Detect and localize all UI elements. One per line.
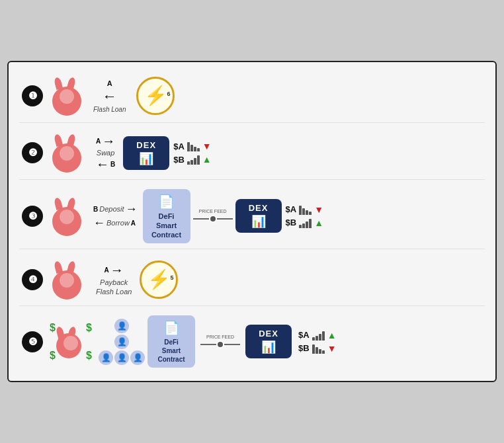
price-b-label-3: $B (286, 218, 297, 227)
row-5-content: $ $ $ $ 👤 👤 (50, 315, 482, 368)
dex-label-5: DEX (259, 329, 278, 339)
payback-arrow: A → (105, 262, 124, 278)
row-4: ❹ A → PaybackFlash Loan ⚡ 5 (19, 253, 485, 306)
price-feed-3: PRICE FEED (193, 209, 233, 223)
dex-box-2: DEX 📊 (123, 136, 169, 170)
bar-b1 (299, 225, 302, 228)
flash-loan-label-1: Flash Loan (93, 106, 126, 113)
swap-label: Swap (97, 149, 115, 157)
bar-a3 (306, 210, 308, 215)
feed-dot-3 (209, 215, 217, 223)
step-3-num: ❸ (22, 206, 43, 227)
price-feed-5: PRICE FEED (200, 335, 240, 348)
feed-line-right-3 (217, 218, 233, 220)
label-a-4: A (105, 266, 109, 274)
trend-up-b-2: ▲ (202, 154, 212, 165)
price-feed-label-3: PRICE FEED (199, 209, 227, 214)
label-a-2: A (96, 138, 101, 145)
bar-chart-b-3 (299, 218, 312, 228)
price-a-label-2: $A (173, 141, 185, 151)
feed-line-right-5 (224, 344, 240, 345)
people-bottom-row: 👤 👤 👤 (99, 350, 145, 365)
arrow-a-right: A → (96, 134, 115, 149)
bar-5b3 (319, 349, 321, 354)
price-row-a-2: $A ▼ (173, 141, 211, 151)
people-defi-group: 👤 👤 👤 👤 👤 📄 DeFiSmartContract (99, 315, 195, 368)
arrow-area-1: A ← Flash Loan (93, 79, 126, 113)
defi-box-5: 📄 DeFiSmartContract (147, 315, 195, 368)
row-2-content: A → Swap ← B DEX 📊 $A (50, 133, 482, 173)
right-arrow-icon-2: → (102, 134, 115, 149)
label-b-2: B (110, 161, 115, 168)
price-row-b-3: $B ▲ (286, 218, 323, 228)
bar-b4 (309, 219, 312, 228)
avatar-body-3 (52, 207, 81, 236)
price-row-a-3: $A ▼ (286, 204, 323, 215)
trend-down-b-5: ▼ (327, 343, 337, 354)
defi-doc-icon-5: 📄 (163, 319, 180, 337)
deposit-borrow-area: B Deposit → ← Borrow A (93, 202, 138, 230)
bar-6 (190, 160, 193, 165)
defi-label-5: DeFiSmartContract (157, 338, 185, 364)
dex-box-5: DEX 📊 (245, 325, 292, 358)
row-3: ❸ B Deposit → ← Borrow A (19, 184, 485, 250)
bar-5b4 (322, 350, 325, 354)
row-5: ❺ $ $ $ $ (19, 310, 485, 373)
dex-chart-icon-3: 📊 (251, 214, 266, 229)
price-b-label-2: $B (173, 155, 185, 165)
bar-5a3 (319, 334, 321, 341)
defi-label-3: DeFiSmartContract (151, 212, 181, 240)
avatar-body-1 (52, 87, 81, 116)
people-column-5: 👤 👤 👤 👤 👤 (99, 319, 145, 365)
price-feed-connector-5 (200, 341, 240, 348)
price-display-5: $A ▲ $B (298, 330, 336, 354)
bar-5a1 (312, 337, 315, 341)
avatar-center-5 (54, 325, 87, 358)
bar-a2 (302, 208, 305, 215)
bar-1 (187, 142, 190, 151)
arrow-b-left: ← B (96, 157, 115, 172)
bar-8 (197, 155, 200, 165)
person-icon-4: 👤 (114, 350, 129, 365)
dex-chart-icon-5: 📊 (261, 340, 276, 354)
arrow-line-1: ← (103, 88, 117, 105)
deposit-arrow: B Deposit → (93, 202, 138, 216)
bar-a1 (299, 206, 302, 215)
bar-5 (187, 161, 190, 165)
trend-down-a-2: ▼ (202, 141, 212, 151)
avatar-5 (54, 325, 83, 358)
label-b-3: B (93, 206, 98, 213)
trend-down-a-3: ▼ (314, 204, 323, 215)
borrow-arrow: ← Borrow A (93, 216, 136, 230)
bar-chart-a-5 (312, 330, 325, 341)
defi-box-3: 📄 DeFiSmartContract (143, 189, 190, 244)
bar-7 (194, 158, 196, 165)
feed-dot-5 (216, 341, 224, 348)
row-1-content: A ← Flash Loan ⚡ 6 (50, 76, 482, 116)
bolt-icon-4: ⚡ (147, 270, 171, 289)
person-icon-2: 👤 (114, 335, 129, 349)
bar-2 (190, 145, 193, 151)
step-2-num: ❷ (22, 142, 43, 163)
price-feed-label-5: PRICE FEED (206, 335, 234, 339)
avatar-body-2 (52, 143, 81, 173)
arrow-left-icon-1: ← (103, 88, 117, 105)
row-1: ❶ A ← Flash Loan ⚡ 6 (19, 70, 485, 123)
person-icon-5: 👤 (130, 350, 145, 365)
person-icon-1: 👤 (114, 319, 129, 333)
deposit-label: Deposit (99, 205, 124, 213)
bar-chart-b-5 (312, 343, 325, 354)
avatar-2 (50, 133, 84, 173)
avatar-body-5 (56, 333, 81, 358)
price-b-label-5: $B (298, 343, 310, 353)
arrow-label-a-1: A (107, 79, 112, 87)
row-2: ❷ A → Swap ← B (19, 127, 485, 180)
bar-chart-b-2 (187, 154, 200, 165)
person-icon-3: 👤 (99, 350, 113, 365)
price-display-3: $A ▼ $B (286, 204, 323, 228)
price-feed-connector-3 (193, 215, 233, 223)
borrow-arrow-icon: ← (93, 216, 105, 230)
bar-b2 (302, 223, 305, 228)
feed-line-left-5 (200, 344, 216, 345)
flash-small-num-4: 5 (170, 274, 173, 281)
